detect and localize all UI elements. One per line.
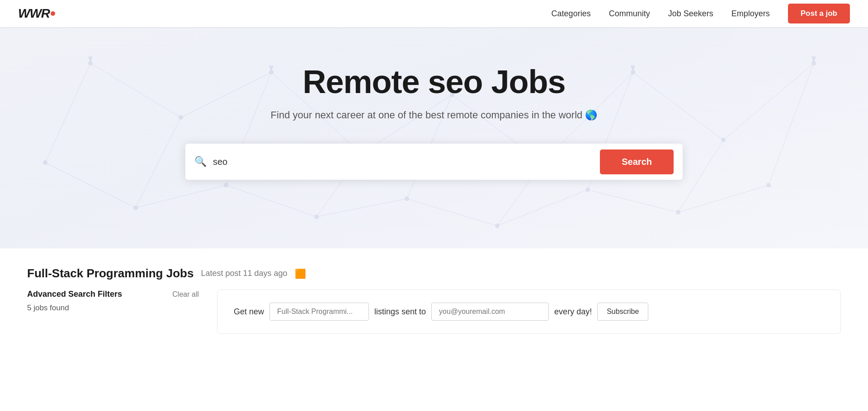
- main-nav: Categories Community Job Seekers Employe…: [552, 4, 850, 23]
- svg-line-10: [226, 185, 316, 217]
- section-title: Full-Stack Programming Jobs: [27, 266, 193, 280]
- subscribe-email-input[interactable]: [431, 303, 549, 321]
- svg-point-38: [405, 196, 409, 201]
- latest-post-label: Latest post 11 days ago: [201, 269, 287, 278]
- nav-item-community[interactable]: Community: [609, 9, 650, 19]
- two-column-layout: Advanced Search Filters Clear all 5 jobs…: [0, 290, 868, 343]
- svg-point-39: [495, 224, 500, 228]
- svg-marker-43: [88, 56, 93, 63]
- sidebar-top: Advanced Search Filters Clear all: [27, 290, 199, 299]
- logo-dot: [51, 11, 55, 16]
- svg-line-13: [497, 190, 588, 226]
- clear-all-link[interactable]: Clear all: [172, 290, 199, 299]
- logo[interactable]: WWR: [18, 6, 55, 21]
- filters-sidebar: Advanced Search Filters Clear all 5 jobs…: [27, 290, 199, 343]
- search-bar: 🔍 Search: [185, 144, 683, 180]
- svg-point-41: [676, 210, 680, 215]
- hero-content: Remote seo Jobs Find your next career at…: [0, 63, 868, 180]
- subscribe-get-new-label: Get new: [234, 307, 264, 317]
- advanced-filters-title: Advanced Search Filters: [27, 290, 122, 299]
- subscribe-every-day-label: every day!: [554, 307, 592, 317]
- nav-item-job-seekers[interactable]: Job Seekers: [668, 9, 713, 19]
- svg-point-36: [224, 183, 228, 187]
- search-input[interactable]: [213, 157, 600, 167]
- nav-item-employers[interactable]: Employers: [731, 9, 770, 19]
- hero-title: Remote seo Jobs: [0, 63, 868, 100]
- subscribe-button[interactable]: Subscribe: [597, 303, 648, 321]
- svg-line-9: [136, 185, 226, 208]
- rss-icon: 🟧: [295, 268, 306, 279]
- svg-point-40: [585, 187, 590, 192]
- hero-subtitle: Find your next career at one of the best…: [0, 109, 868, 121]
- subscribe-box: Get new listings sent to every day! Subs…: [217, 290, 841, 334]
- subscribe-job-type-input[interactable]: [269, 303, 369, 321]
- svg-point-42: [766, 183, 771, 187]
- svg-point-35: [133, 206, 138, 210]
- svg-line-14: [588, 190, 678, 212]
- content-area: Full-Stack Programming Jobs Latest post …: [0, 248, 868, 411]
- svg-line-11: [316, 199, 407, 217]
- post-job-button[interactable]: Post a job: [788, 4, 850, 23]
- header: WWR Categories Community Job Seekers Emp…: [0, 0, 868, 27]
- svg-marker-47: [811, 56, 816, 63]
- search-icon: 🔍: [194, 156, 207, 168]
- subscribe-listings-label: listings sent to: [374, 307, 426, 317]
- search-button[interactable]: Search: [600, 149, 674, 174]
- logo-text: WWR: [18, 6, 50, 21]
- svg-line-12: [407, 199, 497, 226]
- section-header: Full-Stack Programming Jobs Latest post …: [0, 248, 868, 290]
- jobs-found-label: 5 jobs found: [27, 304, 199, 313]
- svg-point-37: [314, 215, 319, 219]
- nav-item-categories[interactable]: Categories: [552, 9, 591, 19]
- hero-section: Remote seo Jobs Find your next career at…: [0, 27, 868, 248]
- main-content: Get new listings sent to every day! Subs…: [217, 290, 841, 343]
- svg-line-15: [678, 185, 769, 212]
